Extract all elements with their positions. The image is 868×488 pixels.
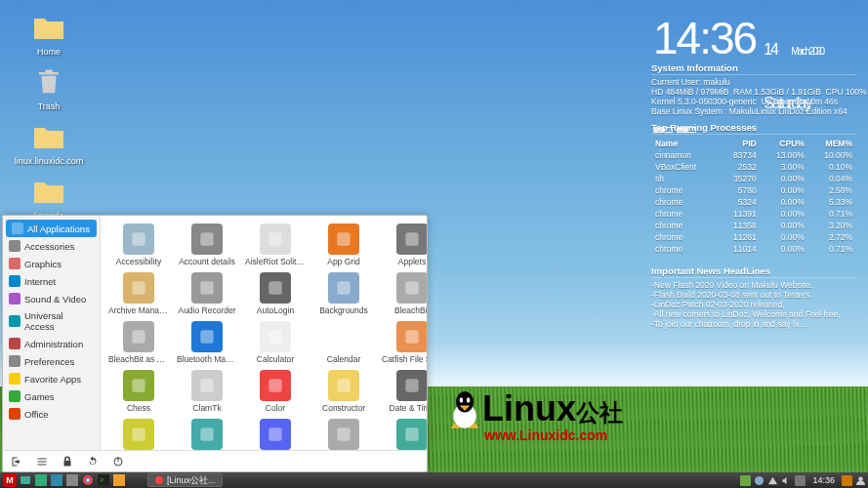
taskbar-launcher[interactable] [34,473,48,487]
menu-category[interactable]: Graphics [3,255,100,272]
svg-rect-13 [9,390,21,402]
category-label: Preferences [24,356,74,367]
col-name: Name [653,139,718,148]
app-launcher[interactable]: App Grid [311,222,376,268]
svg-point-3 [467,397,471,402]
tray-icon[interactable] [740,475,751,486]
svg-rect-12 [9,373,21,385]
taskbar-terminal[interactable]: > [97,473,110,487]
menu-category[interactable]: Administration [3,335,100,352]
tray-icon[interactable] [754,475,765,486]
app-launcher[interactable]: Constructor [311,368,376,415]
app-launcher[interactable]: Calculator [243,319,308,366]
category-icon [9,408,21,420]
sysinfo-base: Base Linux System : MakuluLinux LinDoz E… [651,106,856,116]
taskbar-window[interactable]: [Linux公社... [147,473,223,487]
app-launcher[interactable]: Applets [380,222,427,268]
col-mem: MEM% [808,139,854,148]
category-icon [12,223,23,234]
tray-volume-icon[interactable] [781,475,792,486]
svg-point-2 [460,397,464,402]
app-launcher[interactable]: Discord [243,417,308,450]
app-launcher[interactable]: Color [243,368,308,415]
sysinfo-title: System Information [651,62,856,75]
app-icon [191,419,223,450]
process-row: sh352700.00%0.04% [653,174,854,183]
app-launcher[interactable]: Backgrounds [311,270,376,317]
news-line: -All new comers to LinDoz, Welcome and F… [651,309,856,319]
app-icon [328,370,359,401]
app-launcher[interactable]: AutoLogin [243,270,308,317]
menu-category[interactable]: Sound & Video [3,290,100,307]
app-launcher[interactable]: BleachBit [380,270,427,317]
system-tray: 14:36 [740,475,866,486]
process-row: chrome113580.00%3.20% [653,221,854,230]
svg-point-57 [858,476,863,481]
menu-category[interactable]: Preferences [3,352,100,370]
restart-icon[interactable] [87,456,99,468]
category-label: Favorite Apps [24,374,81,385]
svg-rect-51 [113,474,125,486]
processes-table: NamePIDCPU%MEM% cinnamon8373413.00%10.00… [651,137,856,256]
app-launcher[interactable]: Desktop [175,417,239,450]
app-launcher[interactable]: Catfish File Search [380,319,427,366]
app-icon [396,370,427,401]
tray-icon[interactable] [795,475,806,486]
app-launcher[interactable]: Bluetooth Manager [175,319,239,366]
taskbar-clock[interactable]: 14:36 [812,475,835,485]
tray-icon[interactable] [842,475,852,486]
app-launcher[interactable]: Audio Recorder [175,270,239,317]
menu-icon[interactable] [36,456,48,468]
menu-category[interactable]: All Applications [6,220,97,237]
svg-rect-6 [9,258,21,269]
desktop-icon-link[interactable]: linux.linuxidc.com [20,119,78,166]
taskbar-launcher[interactable] [19,473,32,487]
desktop[interactable]: Home Trash linux.linuxidc.com linuxidc 1… [0,0,868,488]
taskbar-launcher[interactable] [50,473,63,487]
lock-icon[interactable] [62,456,73,468]
news-title: Important News HeadLines [651,265,856,278]
menu-category[interactable]: Internet [3,272,100,290]
watermark-suffix: 公社 [576,399,623,426]
svg-rect-18 [337,232,350,245]
app-label: Archive Manager [108,305,169,315]
menu-category[interactable]: Office [3,405,100,423]
desktop-icon-trash[interactable]: Trash [20,64,78,111]
tray-user-icon[interactable] [855,475,866,486]
taskbar-launcher[interactable] [112,473,126,487]
app-launcher[interactable]: AisleRiot Solitaire [243,222,308,268]
power-icon[interactable] [112,456,124,468]
category-icon [9,258,21,269]
app-launcher[interactable]: Accessibility [106,222,171,268]
app-label: Applets [382,257,427,266]
app-launcher[interactable]: Desklets [106,417,171,450]
svg-point-54 [755,475,764,484]
menu-category[interactable]: Favorite Apps [3,370,100,387]
menu-category[interactable]: Games [3,387,100,405]
menu-category[interactable]: Accessories [3,237,100,255]
desktop-icon-home[interactable]: Home [20,10,78,57]
desktop-icon-folder[interactable]: linuxidc [20,174,78,221]
taskbar-chrome[interactable] [81,473,95,487]
tux-icon [447,389,482,428]
app-launcher[interactable]: Date & Time [380,368,427,415]
svg-rect-32 [269,379,281,391]
app-launcher[interactable]: Display [380,417,427,450]
svg-rect-33 [337,379,350,391]
tray-network-icon[interactable] [767,475,778,486]
app-launcher[interactable]: ClamTk [175,368,239,415]
start-button[interactable]: M [3,473,17,487]
app-launcher[interactable]: Disks [311,417,376,450]
category-label: Administration [24,339,83,349]
taskbar-launcher[interactable] [65,473,79,487]
col-pid: PID [720,139,759,148]
news-line: -New Flash 2020 Video on Makulu Website. [651,280,856,290]
logout-icon[interactable] [11,456,22,468]
app-launcher[interactable]: BleachBit as Admin... [106,319,171,366]
app-launcher[interactable]: Chess [106,368,171,415]
processes-title: Top Running Processes [651,122,856,135]
menu-category[interactable]: Universal Access [3,307,100,335]
app-launcher[interactable]: Calendar [311,319,376,366]
app-launcher[interactable]: Account details [175,222,239,268]
app-launcher[interactable]: Archive Manager [106,270,171,317]
